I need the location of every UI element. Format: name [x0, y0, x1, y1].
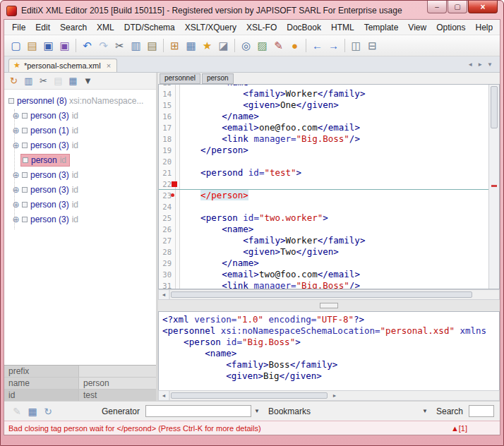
generator-combobox[interactable] — [145, 405, 251, 417]
editor-vertical-scrollbar[interactable] — [488, 85, 499, 289]
menu-item-html[interactable]: HTML — [326, 21, 359, 34]
refresh-icon[interactable]: ↻ — [7, 74, 20, 88]
menu-item-xml[interactable]: XML — [92, 21, 119, 34]
open-document-icon[interactable]: ▤ — [24, 37, 40, 54]
editor-line[interactable]: 19 </person> — [159, 145, 488, 156]
fragment-icon[interactable]: ◪ — [215, 37, 232, 54]
save-icon[interactable]: ▣ — [40, 37, 56, 54]
xml-editor[interactable]: 13 <name>14 <family>Worker</family>15 <g… — [158, 84, 500, 289]
expand-icon[interactable]: ⊕ — [11, 111, 20, 121]
cut-icon[interactable]: ✂ — [37, 74, 50, 88]
copy-icon[interactable]: ▥ — [22, 74, 35, 88]
pane-splitter[interactable] — [158, 300, 500, 311]
editor-line[interactable]: 22 — [159, 179, 488, 190]
expand-icon[interactable]: ⊕ — [11, 126, 20, 135]
tree-item[interactable]: ⊕person (3)id — [7, 182, 155, 197]
tree-item-content[interactable]: personid — [20, 154, 70, 167]
tree-item[interactable]: ⊕person (3)id — [7, 138, 155, 152]
back-arrow-icon[interactable]: ← — [309, 37, 325, 54]
maximize-button[interactable]: ▢ — [448, 1, 467, 13]
tab-close-icon[interactable]: × — [107, 61, 111, 70]
tree-item-content[interactable]: person (3)id — [20, 110, 81, 121]
bookmarks-combobox[interactable]: ▼ — [316, 408, 431, 414]
editor-line[interactable]: 20 — [159, 156, 488, 167]
edit-icon[interactable]: ✎ — [10, 404, 24, 418]
editor-line[interactable]: 31 <link manager="Big.Boss"/> — [159, 280, 488, 289]
preview-horizontal-scrollbar[interactable]: ◄ ► — [158, 390, 500, 401]
tree-item[interactable]: ⊕person (3)id — [7, 167, 155, 182]
editor-line[interactable]: 23 </person> — [159, 190, 488, 201]
prev-document-icon[interactable]: ◄ — [467, 61, 473, 68]
signature-icon[interactable]: ✎ — [270, 37, 287, 54]
menu-item-view[interactable]: View — [403, 21, 431, 34]
error-count-badge[interactable]: ▲[1] — [451, 424, 467, 433]
split-vertical-icon[interactable]: ⊟ — [364, 37, 380, 54]
expand-icon[interactable]: ⊕ — [11, 185, 20, 195]
menu-item-help[interactable]: Help — [471, 21, 498, 34]
menu-item-search[interactable]: Search — [55, 21, 92, 34]
editor-line[interactable]: 28 <given>Two</given> — [159, 246, 488, 258]
redo-icon[interactable]: ↷ — [95, 37, 112, 54]
menu-item-options[interactable]: Options — [431, 21, 470, 34]
editor-code-area[interactable]: 13 <name>14 <family>Worker</family>15 <g… — [159, 85, 488, 289]
paste-icon[interactable]: ▤ — [144, 37, 160, 54]
grid-view-icon[interactable]: ▦ — [183, 37, 199, 54]
tree-item-content[interactable]: person (1)id — [20, 125, 81, 136]
menu-item-dtd-schema[interactable]: DTD/Schema — [119, 21, 180, 34]
menu-item-docbook[interactable]: DocBook — [282, 21, 326, 34]
cut-icon[interactable]: ✂ — [112, 37, 128, 54]
tree-item-content[interactable]: person (3)id — [20, 169, 81, 181]
generator-dropdown-icon[interactable]: ▼ — [254, 408, 260, 414]
editor-line[interactable]: 24 — [159, 201, 488, 212]
splitter-handle[interactable] — [320, 303, 338, 308]
forward-arrow-icon[interactable]: → — [325, 37, 342, 54]
tree-item-content[interactable]: person (3)id — [20, 214, 81, 225]
insert-element-icon[interactable]: ⊞ — [167, 37, 183, 54]
editor-line[interactable]: 26 <name> — [159, 224, 488, 235]
scrollbar-thumb[interactable] — [491, 86, 498, 128]
editor-line[interactable]: 27 <family>Worker</family> — [159, 235, 488, 246]
tree-item[interactable]: ⊕person (3)id — [7, 212, 155, 227]
scrollbar-thumb[interactable] — [171, 392, 328, 399]
menu-item-edit[interactable]: Edit — [30, 21, 55, 34]
tree-item[interactable]: personid — [7, 152, 155, 167]
new-document-icon[interactable]: ▢ — [8, 37, 24, 54]
editor-line[interactable]: 14 <family>Worker</family> — [159, 88, 488, 100]
menu-item-xslt-xquery[interactable]: XSLT/XQuery — [180, 21, 241, 34]
new-template-icon[interactable]: ★ — [199, 37, 215, 54]
menu-item-template[interactable]: Template — [359, 21, 404, 34]
tab-personal-schema-xml[interactable]: ★ *personal-schema.xml × — [8, 59, 117, 72]
undo-icon[interactable]: ↶ — [79, 37, 95, 54]
save-all-icon[interactable]: ▣ — [56, 37, 73, 54]
tree-item-content[interactable]: person (3)id — [20, 199, 81, 210]
breadcrumb-item-person[interactable]: person — [202, 73, 234, 84]
image-icon[interactable]: ▨ — [254, 37, 270, 54]
editor-line[interactable]: 16 </name> — [159, 111, 488, 122]
editor-line[interactable]: 25 <person id="two.worker"> — [159, 212, 488, 224]
next-document-icon[interactable]: ► — [477, 61, 483, 68]
property-row[interactable]: idtest — [4, 390, 156, 402]
editor-line[interactable]: 15 <given>One</given> — [159, 100, 488, 111]
close-button[interactable]: × — [468, 1, 498, 13]
breadcrumb-item-personnel[interactable]: personnel — [160, 73, 200, 84]
search-input[interactable] — [469, 405, 494, 417]
title-bar[interactable]: EditiX XML Editor 2015 [Build 150115] - … — [1, 1, 503, 19]
property-row[interactable]: nameperson — [4, 378, 156, 390]
tree-item-content[interactable]: person (3)id — [20, 140, 81, 151]
menu-item-xsl-fo[interactable]: XSL-FO — [241, 21, 282, 34]
scroll-left-icon[interactable]: ◄ — [159, 290, 169, 299]
copy-icon[interactable]: ▥ — [128, 37, 144, 54]
tree-item[interactable]: ⊕person (1)id — [7, 123, 155, 138]
search-icon[interactable]: ◎ — [238, 37, 254, 54]
expand-icon[interactable]: ⊕ — [11, 140, 20, 150]
tree-item-content[interactable]: person (3)id — [20, 184, 81, 195]
table-icon[interactable]: ▦ — [25, 404, 40, 418]
view-menu-arrow-icon[interactable]: ▼ — [81, 74, 95, 88]
expand-icon[interactable]: ⊕ — [11, 170, 20, 180]
editor-line[interactable]: 30 <email>two@foo.com</email> — [159, 269, 488, 280]
tree-item[interactable]: ⊕person (3)id — [7, 197, 155, 212]
tree-root[interactable]: personnel (8) xsi:noNamespace... — [7, 93, 155, 108]
menu-item-file[interactable]: File — [7, 21, 30, 34]
scrollbar-thumb[interactable] — [171, 291, 472, 298]
scroll-left-icon[interactable]: ◄ — [159, 391, 169, 400]
